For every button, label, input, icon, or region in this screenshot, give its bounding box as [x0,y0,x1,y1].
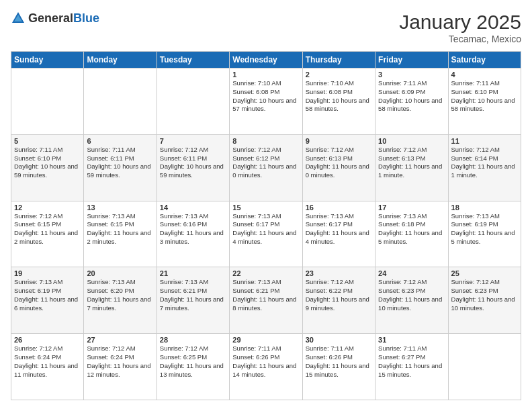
day-info: Sunrise: 7:13 AM Sunset: 6:16 PM Dayligh… [160,212,226,246]
day-cell: 25Sunrise: 7:12 AM Sunset: 6:23 PM Dayli… [448,267,521,334]
day-cell [11,68,84,135]
day-info: Sunrise: 7:13 AM Sunset: 6:20 PM Dayligh… [87,278,153,312]
day-cell: 4Sunrise: 7:11 AM Sunset: 6:10 PM Daylig… [448,68,521,135]
day-cell: 3Sunrise: 7:11 AM Sunset: 6:09 PM Daylig… [375,68,448,135]
day-info: Sunrise: 7:10 AM Sunset: 6:08 PM Dayligh… [232,79,299,113]
day-cell: 6Sunrise: 7:11 AM Sunset: 6:11 PM Daylig… [84,134,157,201]
page-header: GeneralBlue January 2025 Tecamac, Mexico [11,11,521,44]
day-number: 17 [378,203,445,212]
day-cell: 22Sunrise: 7:13 AM Sunset: 6:21 PM Dayli… [230,267,302,334]
location: Tecamac, Mexico [399,34,521,44]
day-number: 16 [306,203,372,212]
day-cell: 11Sunrise: 7:12 AM Sunset: 6:14 PM Dayli… [448,134,521,201]
week-row-4: 19Sunrise: 7:13 AM Sunset: 6:19 PM Dayli… [11,267,521,334]
day-number: 28 [160,336,226,344]
day-cell: 2Sunrise: 7:10 AM Sunset: 6:08 PM Daylig… [302,68,375,135]
day-cell: 1Sunrise: 7:10 AM Sunset: 6:08 PM Daylig… [230,68,302,135]
day-info: Sunrise: 7:12 AM Sunset: 6:23 PM Dayligh… [451,278,518,312]
day-number: 26 [14,336,81,344]
day-number: 21 [160,269,226,277]
day-cell [448,334,521,400]
day-info: Sunrise: 7:13 AM Sunset: 6:19 PM Dayligh… [451,212,518,246]
day-cell: 16Sunrise: 7:13 AM Sunset: 6:17 PM Dayli… [302,201,375,267]
day-info: Sunrise: 7:12 AM Sunset: 6:24 PM Dayligh… [14,345,81,379]
day-number: 23 [306,269,372,277]
column-header-friday: Friday [375,52,448,68]
day-number: 12 [14,203,81,212]
day-info: Sunrise: 7:12 AM Sunset: 6:15 PM Dayligh… [14,212,81,246]
title-block: January 2025 Tecamac, Mexico [399,11,521,44]
day-info: Sunrise: 7:12 AM Sunset: 6:13 PM Dayligh… [378,146,445,180]
day-cell [157,68,229,135]
month-year: January 2025 [399,11,521,34]
day-number: 3 [378,71,445,79]
day-number: 10 [378,137,445,145]
day-number: 25 [451,269,518,277]
day-cell: 13Sunrise: 7:13 AM Sunset: 6:15 PM Dayli… [84,201,157,267]
day-info: Sunrise: 7:12 AM Sunset: 6:24 PM Dayligh… [87,345,153,379]
day-info: Sunrise: 7:12 AM Sunset: 6:12 PM Dayligh… [232,146,299,180]
column-header-wednesday: Wednesday [230,52,302,68]
day-info: Sunrise: 7:11 AM Sunset: 6:26 PM Dayligh… [306,345,372,379]
logo-icon [11,11,26,26]
day-number: 5 [14,137,81,145]
column-header-saturday: Saturday [448,52,521,68]
day-cell: 28Sunrise: 7:12 AM Sunset: 6:25 PM Dayli… [157,334,229,400]
logo-general: General [28,11,73,25]
day-cell [84,68,157,135]
day-info: Sunrise: 7:13 AM Sunset: 6:18 PM Dayligh… [378,212,445,246]
day-cell: 9Sunrise: 7:12 AM Sunset: 6:13 PM Daylig… [302,134,375,201]
day-info: Sunrise: 7:11 AM Sunset: 6:09 PM Dayligh… [378,79,445,113]
day-number: 6 [87,137,153,145]
day-info: Sunrise: 7:12 AM Sunset: 6:13 PM Dayligh… [306,146,372,180]
day-number: 31 [378,336,445,344]
day-info: Sunrise: 7:11 AM Sunset: 6:10 PM Dayligh… [14,146,81,180]
day-cell: 14Sunrise: 7:13 AM Sunset: 6:16 PM Dayli… [157,201,229,267]
day-cell: 10Sunrise: 7:12 AM Sunset: 6:13 PM Dayli… [375,134,448,201]
calendar-table: SundayMondayTuesdayWednesdayThursdayFrid… [11,51,521,400]
day-cell: 24Sunrise: 7:12 AM Sunset: 6:23 PM Dayli… [375,267,448,334]
day-info: Sunrise: 7:11 AM Sunset: 6:11 PM Dayligh… [87,146,153,180]
week-row-1: 1Sunrise: 7:10 AM Sunset: 6:08 PM Daylig… [11,68,521,135]
day-info: Sunrise: 7:13 AM Sunset: 6:21 PM Dayligh… [160,278,226,312]
day-info: Sunrise: 7:12 AM Sunset: 6:22 PM Dayligh… [306,278,372,312]
day-info: Sunrise: 7:12 AM Sunset: 6:11 PM Dayligh… [160,146,226,180]
day-number: 9 [306,137,372,145]
day-cell: 26Sunrise: 7:12 AM Sunset: 6:24 PM Dayli… [11,334,84,400]
column-header-monday: Monday [84,52,157,68]
day-cell: 5Sunrise: 7:11 AM Sunset: 6:10 PM Daylig… [11,134,84,201]
day-info: Sunrise: 7:13 AM Sunset: 6:15 PM Dayligh… [87,212,153,246]
day-number: 13 [87,203,153,212]
column-header-thursday: Thursday [302,52,375,68]
day-info: Sunrise: 7:12 AM Sunset: 6:25 PM Dayligh… [160,345,226,379]
day-number: 8 [232,137,299,145]
day-info: Sunrise: 7:13 AM Sunset: 6:17 PM Dayligh… [232,212,299,246]
day-number: 14 [160,203,226,212]
day-number: 27 [87,336,153,344]
day-number: 22 [232,269,299,277]
day-cell: 19Sunrise: 7:13 AM Sunset: 6:19 PM Dayli… [11,267,84,334]
day-info: Sunrise: 7:10 AM Sunset: 6:08 PM Dayligh… [306,79,372,113]
day-info: Sunrise: 7:13 AM Sunset: 6:21 PM Dayligh… [232,278,299,312]
week-row-2: 5Sunrise: 7:11 AM Sunset: 6:10 PM Daylig… [11,134,521,201]
day-number: 11 [451,137,518,145]
calendar-header-row: SundayMondayTuesdayWednesdayThursdayFrid… [11,52,521,68]
day-number: 2 [306,71,372,79]
day-cell: 23Sunrise: 7:12 AM Sunset: 6:22 PM Dayli… [302,267,375,334]
calendar-body: 1Sunrise: 7:10 AM Sunset: 6:08 PM Daylig… [11,68,521,400]
day-number: 20 [87,269,153,277]
day-number: 30 [306,336,372,344]
day-cell: 12Sunrise: 7:12 AM Sunset: 6:15 PM Dayli… [11,201,84,267]
column-header-tuesday: Tuesday [157,52,229,68]
day-info: Sunrise: 7:12 AM Sunset: 6:14 PM Dayligh… [451,146,518,180]
logo-blue: Blue [73,11,99,25]
day-number: 24 [378,269,445,277]
day-info: Sunrise: 7:11 AM Sunset: 6:26 PM Dayligh… [232,345,299,379]
day-info: Sunrise: 7:13 AM Sunset: 6:19 PM Dayligh… [14,278,81,312]
day-cell: 7Sunrise: 7:12 AM Sunset: 6:11 PM Daylig… [157,134,229,201]
day-cell: 27Sunrise: 7:12 AM Sunset: 6:24 PM Dayli… [84,334,157,400]
day-number: 18 [451,203,518,212]
day-info: Sunrise: 7:11 AM Sunset: 6:10 PM Dayligh… [451,79,518,113]
day-cell: 21Sunrise: 7:13 AM Sunset: 6:21 PM Dayli… [157,267,229,334]
day-cell: 30Sunrise: 7:11 AM Sunset: 6:26 PM Dayli… [302,334,375,400]
